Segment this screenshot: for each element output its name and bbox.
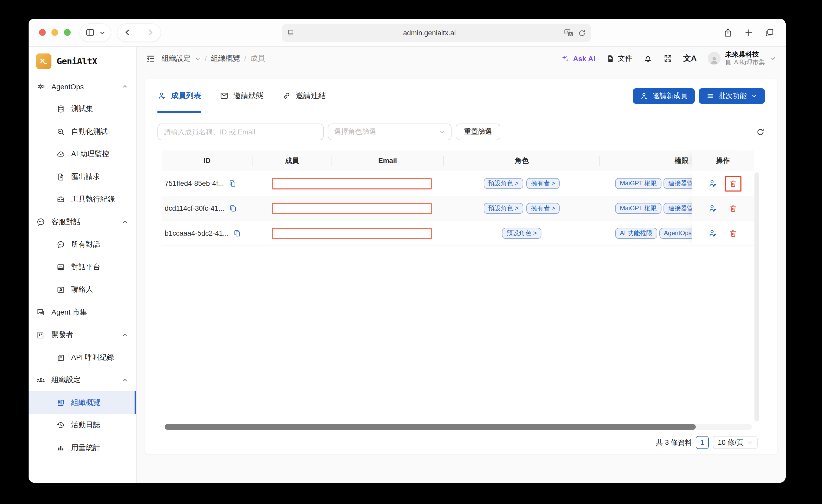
permission-tag[interactable]: AI 功能權限 xyxy=(615,228,657,239)
toolbox-icon xyxy=(57,195,65,204)
permission-tag[interactable]: AgentOps xyxy=(659,228,692,239)
batch-actions-button[interactable]: 批次功能 xyxy=(699,88,765,104)
sidebar-item-automated-tests[interactable]: 自動化測試 xyxy=(29,120,136,143)
sidebar-item-label: 客服對話 xyxy=(51,217,80,227)
col-header-role: 角色 xyxy=(444,151,599,171)
breadcrumb-org-settings[interactable]: 組織設定 xyxy=(161,54,191,63)
sidebar-group-support-chats[interactable]: 客服對話 xyxy=(29,211,136,233)
edit-member-icon[interactable] xyxy=(708,229,717,238)
sidebar-item-chat-platforms[interactable]: 對話平台 xyxy=(29,256,136,278)
sidebar-group-developer[interactable]: 開發者 xyxy=(29,324,136,346)
refresh-icon[interactable] xyxy=(756,127,765,136)
role-filter-select[interactable]: 選擇角色篩選 xyxy=(328,124,451,140)
new-tab-icon[interactable] xyxy=(744,28,753,37)
docs-button[interactable]: 文件 xyxy=(606,54,633,63)
header-actions: 邀請新成員 批次功能 xyxy=(633,88,765,104)
role-tag[interactable]: 預設角色 > xyxy=(483,178,523,189)
zoom-window-button[interactable] xyxy=(64,29,71,36)
chevron-up-icon xyxy=(121,83,128,90)
delete-member-icon[interactable] xyxy=(729,179,737,188)
brand-logo-icon xyxy=(36,53,51,69)
delete-member-icon[interactable] xyxy=(729,204,737,213)
page-size-select[interactable]: 10 條/頁 xyxy=(713,436,758,449)
table-row: dcd114cf-30fc-41... 預設角色 > 擁有者 > MaiGPT … xyxy=(161,196,754,221)
sidebar-item-test-sets[interactable]: 測試集 xyxy=(29,98,136,120)
breadcrumb-org-overview[interactable]: 組織概覽 xyxy=(211,54,240,63)
role-tag[interactable]: 擁有者 > xyxy=(526,203,560,214)
sidebar-item-api-call-logs[interactable]: API 呼叫紀錄 xyxy=(29,346,136,369)
member-search-input[interactable] xyxy=(157,124,324,140)
address-bar[interactable]: admin.genialtx.ai xyxy=(282,24,591,42)
horizontal-scrollbar-thumb[interactable] xyxy=(165,424,696,430)
sidebar-item-ai-assistant-monitoring[interactable]: AI 助理監控 xyxy=(29,143,136,166)
tab-label: 成員列表 xyxy=(171,91,201,100)
tab-invite-link[interactable]: 邀請連結 xyxy=(282,79,326,113)
minimize-window-button[interactable] xyxy=(51,29,58,36)
member-id: b1ccaaa4-5dc2-41... xyxy=(165,229,229,237)
close-window-button[interactable] xyxy=(39,29,46,36)
language-switch-icon[interactable]: 文A xyxy=(683,54,697,64)
tab-invite-status[interactable]: 邀請狀態 xyxy=(220,79,264,113)
translate-badge-icon[interactable] xyxy=(564,29,574,37)
edit-member-icon[interactable] xyxy=(708,204,717,213)
topbar-actions: Ask AI 文件 文A 未來巢科技 xyxy=(561,51,777,66)
redacted-member-email-box xyxy=(272,178,432,189)
sidebar-item-export-requests[interactable]: 匯出請求 xyxy=(29,166,136,188)
role-tag[interactable]: 預設角色 > xyxy=(502,228,542,239)
collapse-sidebar-icon[interactable] xyxy=(146,54,155,63)
browser-chrome: admin.genialtx.ai xyxy=(29,19,786,47)
edit-member-icon[interactable] xyxy=(708,179,717,188)
page-1-button[interactable]: 1 xyxy=(696,436,709,449)
chevron-up-icon xyxy=(121,219,128,226)
tab-overview-icon[interactable] xyxy=(765,28,774,37)
sidebar-item-org-overview[interactable]: 組織概覽 xyxy=(29,391,136,414)
notifications-bell-icon[interactable] xyxy=(643,54,653,63)
gear-icon xyxy=(36,82,45,91)
invite-member-button[interactable]: 邀請新成員 xyxy=(633,88,695,104)
file-export-icon xyxy=(57,173,65,181)
reset-filters-button[interactable]: 重置篩選 xyxy=(456,124,500,140)
sidebar-item-contacts[interactable]: 聯絡人 xyxy=(29,278,136,301)
sidebar-toggle-group[interactable] xyxy=(80,24,111,41)
sidebar-item-tool-execution-logs[interactable]: 工具執行紀錄 xyxy=(29,188,136,211)
invite-member-label: 邀請新成員 xyxy=(652,91,688,100)
bars-icon xyxy=(706,92,715,100)
permission-tag[interactable]: MaiGPT 權限 xyxy=(615,178,662,189)
widget-icon xyxy=(36,331,45,339)
sidebar-item-agent-market[interactable]: Agent 市集 xyxy=(29,301,136,324)
reload-icon[interactable] xyxy=(578,29,586,37)
fullscreen-icon[interactable] xyxy=(664,54,672,63)
main-area: 組織設定 / 組織概覽 / 成員 Ask AI 文件 xyxy=(137,47,786,483)
document-icon xyxy=(606,55,615,63)
message-icon xyxy=(57,263,65,271)
sidebar-item-usage-stats[interactable]: 用量統計 xyxy=(29,437,136,459)
share-icon[interactable] xyxy=(723,28,733,37)
redacted-member-email-box xyxy=(272,228,432,239)
delete-member-icon[interactable] xyxy=(729,229,737,237)
account-menu[interactable]: 未來巢科技 AI助理市集 xyxy=(708,51,776,66)
tab-member-list[interactable]: 成員列表 xyxy=(157,79,201,113)
roles-cell: 預設角色 > xyxy=(444,221,599,246)
col-header-permissions: 權限 xyxy=(599,151,692,171)
sidebar-item-activity-log[interactable]: 活動日誌 xyxy=(29,414,136,437)
forward-button[interactable] xyxy=(146,29,154,36)
permission-tag[interactable]: MaiGPT 權限 xyxy=(615,203,662,214)
permission-tag[interactable]: 連接器管 xyxy=(664,203,692,214)
permission-tag[interactable]: 連接器管 xyxy=(664,178,692,189)
sidebar-group-org-settings[interactable]: 組織設定 xyxy=(29,369,136,391)
vertical-scrollbar-thumb[interactable] xyxy=(755,172,759,421)
sidebar-item-label: 測試集 xyxy=(71,105,93,114)
reader-view-icon[interactable] xyxy=(287,29,295,37)
horizontal-scrollbar-track[interactable] xyxy=(165,424,752,430)
sidebar-group-agentops[interactable]: AgentOps xyxy=(29,75,136,98)
sidebar-item-all-conversations[interactable]: 所有對話 xyxy=(29,233,136,256)
ask-ai-button[interactable]: Ask AI xyxy=(561,54,595,63)
role-tag[interactable]: 擁有者 > xyxy=(526,178,560,189)
role-tag[interactable]: 預設角色 > xyxy=(483,203,523,214)
copy-icon[interactable] xyxy=(229,180,237,187)
chat-smile-icon xyxy=(36,218,45,227)
chevron-down-icon xyxy=(770,55,776,62)
copy-icon[interactable] xyxy=(233,229,241,237)
back-button[interactable] xyxy=(124,29,131,36)
copy-icon[interactable] xyxy=(229,205,237,212)
